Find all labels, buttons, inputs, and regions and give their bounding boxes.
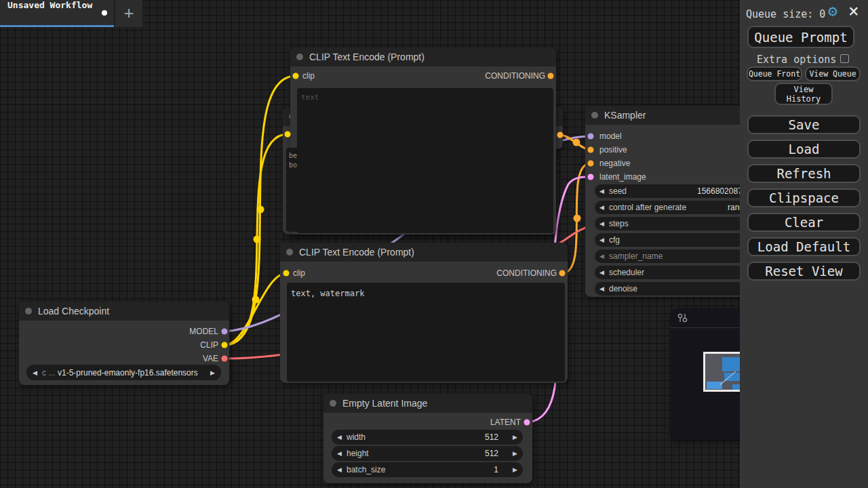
left-arrow-icon[interactable]: ◀ [33,369,37,375]
link-midpoint-dot[interactable] [254,236,261,243]
widget-value: 1 [494,465,498,474]
node-title: Empty Latent Image [342,394,427,413]
sampler-name-widget[interactable]: ◀ sampler_name [595,249,753,263]
gear-icon[interactable]: ⚙ [828,2,837,20]
workflow-tab[interactable]: Unsaved Workflow [0,0,114,27]
load-button[interactable]: Load [747,140,861,159]
left-arrow-icon[interactable]: ◀ [599,237,604,243]
widget-label: sampler_name [609,251,663,261]
input-label-clip: clip [293,269,305,277]
port-negative-input[interactable] [588,161,594,167]
link-midpoint-dot[interactable] [574,215,581,222]
node-load-checkpoint[interactable]: Load Checkpoint MODEL CLIP VAE ◀ c ... v… [19,302,229,385]
port-latent-output[interactable] [524,420,530,426]
height-widget[interactable]: ◀ height 512 ▶ [332,446,523,461]
left-arrow-icon[interactable]: ◀ [337,467,342,473]
widget-label: batch_size [347,465,385,474]
width-widget[interactable]: ◀ width 512 ▶ [332,430,523,445]
refresh-button[interactable]: Refresh [747,164,861,183]
input-label-model: model [599,132,622,140]
save-button[interactable]: Save [747,115,861,134]
load-default-button[interactable]: Load Default [747,237,861,256]
left-arrow-icon[interactable]: ◀ [599,221,604,227]
sliders-icon [677,312,689,324]
port-vae-output[interactable] [222,356,228,362]
new-workflow-button[interactable]: + [115,0,142,27]
widget-value: 512 [485,432,498,442]
port-clip-input[interactable] [285,131,291,138]
right-arrow-icon[interactable]: ▶ [513,451,517,457]
collapse-dot[interactable] [591,112,598,119]
queue-prompt-button[interactable]: Queue Prompt [747,26,854,48]
output-label-conditioning: CONDITIONING [485,72,545,80]
input-label-positive: positive [599,146,627,154]
widget-value: v1-5-pruned-emaonly-fp16.safetensors [58,368,198,378]
unsaved-dot [102,10,107,16]
scheduler-widget[interactable]: ◀ scheduler [595,266,753,279]
clipspace-button[interactable]: Clipspace [747,188,861,207]
output-label-vae: VAE [203,354,218,363]
prompt-textarea[interactable]: text [297,88,553,233]
left-arrow-icon[interactable]: ◀ [599,188,604,195]
batch-size-widget[interactable]: ◀ batch_size 1 ▶ [332,462,523,477]
left-arrow-icon[interactable]: ◀ [599,205,604,211]
port-positive-input[interactable] [588,147,594,153]
view-history-button[interactable]: ViewHistory [774,83,833,105]
left-arrow-icon[interactable]: ◀ [337,451,342,457]
input-label-latent-image: latent_image [599,173,646,181]
node-empty-latent-image[interactable]: Empty Latent Image LATENT ◀ width 512 ▶ … [323,394,532,483]
tab-title: Unsaved Workflow [7,0,92,10]
port-conditioning-output[interactable] [548,73,554,79]
widget-label: seed [609,186,627,196]
collapse-dot[interactable] [286,249,293,256]
right-arrow-icon[interactable]: ▶ [210,369,215,375]
input-label-clip: clip [302,72,315,80]
extra-options-checkbox[interactable] [840,54,849,63]
left-arrow-icon[interactable]: ◀ [337,434,342,441]
port-model-input[interactable] [588,134,594,140]
left-arrow-icon[interactable]: ◀ [599,270,604,276]
link-midpoint-dot[interactable] [573,139,580,146]
collapse-dot[interactable] [296,54,303,60]
collapse-dot[interactable] [330,400,336,407]
port-model-output[interactable] [222,329,228,335]
view-queue-button[interactable]: View Queue [805,66,861,81]
widget-value: 512 [485,449,498,458]
queue-front-button[interactable]: Queue Front [747,66,802,81]
steps-widget[interactable]: ◀ steps [595,217,753,230]
widget-label: denoise [609,284,637,293]
node-title: CLIP Text Encode (Prompt) [299,243,414,262]
placeholder-text: text [301,93,319,102]
close-icon[interactable]: × [848,1,859,21]
node-title: CLIP Text Encode (Prompt) [309,47,425,66]
control-after-generate-widget[interactable]: ◀ control after generate randomize [595,201,753,214]
clear-button[interactable]: Clear [747,213,861,232]
widget-label: scheduler [609,268,644,277]
left-arrow-icon[interactable]: ◀ [599,253,604,260]
output-label-clip: CLIP [200,341,218,349]
graph-canvas[interactable]: be bo CLIP Text Encode (Prompt) clip CON… [0,0,868,488]
seed-widget[interactable]: ◀ seed 15668020871 [595,184,753,198]
collapse-dot[interactable] [25,308,32,314]
cfg-widget[interactable]: ◀ cfg [595,233,753,247]
ckpt-name-widget[interactable]: ◀ c ... v1-5-pruned-emaonly-fp16.safeten… [26,365,221,380]
reset-view-button[interactable]: Reset View [747,262,861,281]
denoise-widget[interactable]: ◀ denoise [595,282,753,296]
left-arrow-icon[interactable]: ◀ [599,286,604,292]
right-arrow-icon[interactable]: ▶ [513,467,517,473]
node-ksampler[interactable]: KSampler model positive negative latent_… [585,106,760,297]
port-conditioning-output[interactable] [557,132,564,138]
prompt-textarea[interactable]: text, watermark [287,283,565,382]
queue-size-label: Queue size: 0 [746,8,825,20]
port-clip-output[interactable] [222,342,228,348]
port-conditioning-output[interactable] [559,270,566,277]
port-clip-input[interactable] [283,270,290,277]
port-clip-input[interactable] [293,73,299,79]
link-midpoint-dot[interactable] [257,206,264,214]
link-midpoint-dot[interactable] [252,296,260,304]
prompt-text: text, watermark [291,289,364,298]
widget-label: width [347,432,366,442]
port-latent-image-input[interactable] [588,174,594,180]
right-arrow-icon[interactable]: ▶ [513,434,517,441]
widget-label: height [347,449,369,458]
